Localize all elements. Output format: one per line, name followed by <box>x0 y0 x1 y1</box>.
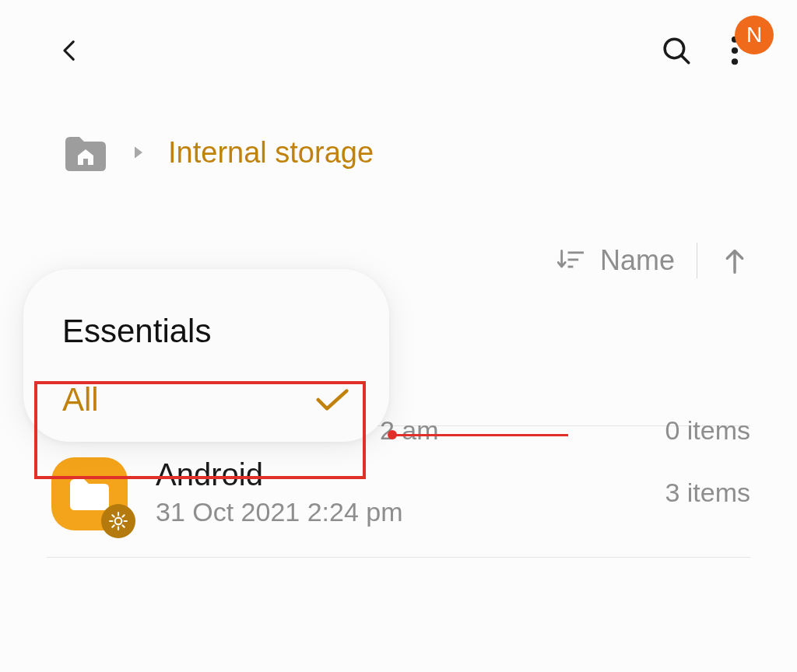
list-item-subtitle: 31 Oct 2021 2:24 pm <box>156 497 641 527</box>
breadcrumb: Internal storage <box>0 86 797 204</box>
list-item[interactable]: Android 31 Oct 2021 2:24 pm 3 items <box>47 426 750 558</box>
filter-menu-item-all[interactable]: All <box>23 366 389 434</box>
sort-icon <box>557 249 584 272</box>
list-item-title: Android <box>156 457 641 492</box>
sort-direction-button[interactable] <box>719 245 750 276</box>
svg-point-3 <box>732 47 738 54</box>
filter-menu-label: Essentials <box>62 313 211 350</box>
arrow-up-icon <box>724 247 746 275</box>
list-item-count: 0 items <box>665 415 750 446</box>
profile-avatar[interactable]: N <box>735 16 774 54</box>
filter-menu-item-essentials[interactable]: Essentials <box>23 297 389 366</box>
back-button[interactable] <box>54 35 86 66</box>
search-icon <box>660 34 693 67</box>
sort-button[interactable] <box>555 245 586 276</box>
filter-menu: Essentials All <box>23 269 389 442</box>
system-folder-badge-icon <box>101 504 135 538</box>
sort-bar: Name <box>0 204 797 278</box>
chevron-left-icon <box>57 37 83 64</box>
search-button[interactable] <box>657 31 696 70</box>
svg-point-9 <box>115 518 122 525</box>
svg-line-1 <box>682 56 689 63</box>
breadcrumb-home[interactable] <box>62 132 109 173</box>
svg-point-4 <box>732 58 738 65</box>
folder-icon <box>47 450 132 535</box>
breadcrumb-separator <box>131 145 146 160</box>
breadcrumb-current[interactable]: Internal storage <box>168 136 374 170</box>
home-folder-icon <box>62 132 109 173</box>
more-options-button[interactable]: N <box>719 31 750 70</box>
sort-label[interactable]: Name <box>600 244 675 277</box>
check-icon <box>314 387 350 412</box>
list-item-text: Android 31 Oct 2021 2:24 pm <box>156 457 641 527</box>
filter-menu-label: All <box>62 381 99 418</box>
list-item-count: 3 items <box>665 478 750 508</box>
top-bar: N <box>0 0 797 86</box>
divider <box>697 243 697 278</box>
